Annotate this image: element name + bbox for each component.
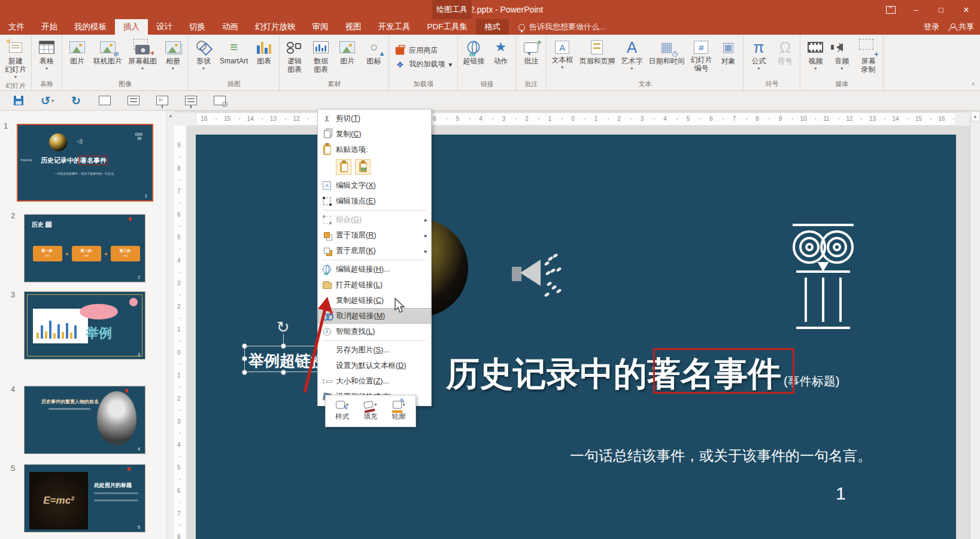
maximize-button[interactable]: □ bbox=[931, 2, 951, 17]
tab-我的模板[interactable]: 我的模板 bbox=[66, 19, 115, 35]
ribbon-button-逻辑图表[interactable]: 逻辑图表 bbox=[281, 36, 308, 75]
cut-icon: ✂ bbox=[318, 114, 336, 123]
menu-item-打开超链接[interactable]: 打开超链接(L) bbox=[318, 277, 431, 293]
selection-handle[interactable] bbox=[242, 343, 247, 349]
tab-审阅[interactable]: 审阅 bbox=[304, 19, 337, 35]
ribbon-button-图片[interactable]: 图片 bbox=[334, 36, 360, 66]
menu-item-复制超链接[interactable]: 复制超链接(C) bbox=[318, 293, 431, 308]
presenter-icon bbox=[156, 96, 168, 105]
menu-item-设置为默认文本框[interactable]: 设置为默认文本框(D) bbox=[318, 358, 431, 373]
minimize-button[interactable]: – bbox=[906, 2, 926, 17]
ribbon-button-音频[interactable]: 音频▾ bbox=[829, 36, 855, 72]
selection-handle[interactable] bbox=[242, 356, 247, 361]
slide-scrollbar[interactable]: ▲ bbox=[970, 111, 980, 539]
thumbnail-scrollbar[interactable]: ▲ bbox=[166, 111, 174, 539]
ribbon-button-屏幕录制[interactable]: +屏幕录制 bbox=[855, 36, 881, 75]
tab-开发工具[interactable]: 开发工具 bbox=[370, 19, 419, 35]
menu-item-置于底层[interactable]: 置于底层(K)▸ bbox=[318, 243, 431, 258]
ribbon-button-联机图片[interactable]: ⊕联机图片 bbox=[90, 36, 125, 66]
tell-me-box[interactable]: 告诉我您想要做什么... bbox=[509, 19, 606, 35]
tab-幻灯片放映[interactable]: 幻灯片放映 bbox=[247, 19, 304, 35]
ribbon-button-页眉和页脚[interactable]: 页眉和页脚 bbox=[576, 36, 618, 66]
tab-开始[interactable]: 开始 bbox=[33, 19, 66, 35]
tab-插入[interactable]: 插入 bbox=[115, 19, 148, 35]
ribbon-button-文本框[interactable]: A文本框▾ bbox=[548, 36, 576, 71]
selection-handle[interactable] bbox=[281, 343, 286, 349]
menu-item-另存为图片[interactable]: 另存为图片(S)... bbox=[318, 342, 431, 358]
tab-PDF工具集[interactable]: PDF工具集 bbox=[419, 19, 477, 35]
ribbon-button-超链接[interactable]: 超链接 bbox=[460, 36, 487, 66]
ribbon-button-表格[interactable]: 表格▾ bbox=[34, 36, 60, 72]
ribbon-button-label: 相册 bbox=[166, 57, 180, 65]
ribbon-button-幻灯片编号[interactable]: #幻灯片编号 bbox=[687, 36, 715, 74]
ribbon-button-SmartArt[interactable]: ≡SmartArt bbox=[217, 36, 251, 66]
menu-item-编辑文字[interactable]: A编辑文字(X) bbox=[318, 178, 431, 193]
menu-item-复制[interactable]: 复制(C) bbox=[318, 126, 431, 142]
mini-toolbar-填充-button[interactable]: ▾填充 bbox=[357, 398, 384, 425]
tab-文件[interactable]: 文件 bbox=[0, 19, 33, 35]
menu-item-编辑顶点[interactable]: 编辑顶点(E) bbox=[318, 193, 431, 209]
redo-button[interactable]: ↻ bbox=[66, 93, 86, 108]
rotate-handle[interactable]: ↻ bbox=[277, 319, 290, 335]
ribbon-button-相册[interactable]: 相册▾ bbox=[160, 36, 186, 72]
mini-toolbar-样式-button[interactable]: ▾样式 bbox=[329, 398, 356, 425]
menu-item-粘贴选项:[interactable]: 粘贴选项: bbox=[318, 142, 431, 157]
ribbon-button-图表[interactable]: 图表 bbox=[251, 36, 277, 66]
slideshow-button[interactable] bbox=[181, 93, 201, 108]
slide-thumbnail-3[interactable]: 3举例 bbox=[24, 291, 145, 360]
ribbon-button-艺术字[interactable]: A艺术字▾ bbox=[618, 36, 645, 72]
undo-button[interactable]: ↺▾ bbox=[37, 93, 57, 108]
paste-as-picture-button[interactable] bbox=[355, 159, 371, 175]
menu-item-取消超链接[interactable]: ✕取消超链接(M) bbox=[318, 308, 431, 324]
tab-设计[interactable]: 设计 bbox=[148, 19, 181, 35]
slide-thumbnail-2[interactable]: 2历史 ▦第一步:xxx➧第二步:xxx➧第三步:xxx bbox=[24, 214, 145, 282]
ribbon-button-我的加载项[interactable]: ❖我的加载项▾ bbox=[395, 59, 452, 69]
menu-item-编辑超链接[interactable]: 编辑超链接(H)... bbox=[318, 261, 431, 277]
slide-subtitle[interactable]: 一句话总结该事件，或关于该事件的一句名言。 bbox=[570, 446, 872, 465]
tab-切换[interactable]: 切换 bbox=[181, 19, 214, 35]
collapse-ribbon-icon[interactable]: ˄ bbox=[972, 80, 975, 87]
menu-separator bbox=[323, 260, 426, 260]
menu-item-置于顶层[interactable]: 置于顶层(R)▸ bbox=[318, 227, 431, 243]
ribbon-button-图标[interactable]: ○▲图标 bbox=[360, 36, 387, 66]
tab-动画[interactable]: 动画 bbox=[214, 19, 247, 35]
ribbon-button-视频[interactable]: 视频▾ bbox=[802, 36, 829, 72]
ribbon-button-公式[interactable]: π公式▾ bbox=[745, 36, 772, 72]
textbox-text[interactable]: 举例超链接 bbox=[248, 351, 326, 371]
picture-monitor-button[interactable] bbox=[95, 93, 115, 108]
mini-toolbar-轮廓-button[interactable]: ▾轮廓 bbox=[386, 398, 412, 425]
ribbon-button-图片[interactable]: 图片 bbox=[64, 36, 90, 66]
ribbon-button-对象[interactable]: ▣对象 bbox=[715, 36, 741, 66]
ribbon-button-数据图表[interactable]: 数据图表 bbox=[308, 36, 334, 75]
ribbon-display-options-button[interactable] bbox=[881, 2, 901, 17]
print-preview-button[interactable] bbox=[210, 93, 230, 108]
slide-thumbnail-4[interactable]: 4历史事件的重要人物的姓名 bbox=[24, 386, 145, 454]
paste-keep-formatting-button[interactable] bbox=[336, 159, 351, 175]
selection-handle[interactable] bbox=[281, 370, 286, 375]
selection-handle[interactable] bbox=[242, 370, 247, 375]
close-button[interactable]: ✕ bbox=[956, 2, 976, 17]
menu-item-剪切[interactable]: ✂剪切(T) bbox=[318, 111, 431, 126]
ribbon-button-日期和时间[interactable]: ▦◷日期和时间 bbox=[645, 36, 687, 66]
slide-thumbnail-1[interactable]: 1◁)ʘʘ III历史记录中的著名事件举例超链接一句话总结该事件，或关于该事件的… bbox=[17, 124, 153, 202]
slide-canvas[interactable]: 历史记录中的著名事件(事件标题) 一句话总结该事件，或关于该事件的一句名言。 1… bbox=[196, 135, 956, 539]
ribbon-button-形状[interactable]: 形状▾ bbox=[190, 36, 217, 72]
ribbon-button-屏幕截图[interactable]: 屏幕截图▾ bbox=[125, 36, 160, 72]
slide-layout-button[interactable] bbox=[123, 93, 144, 108]
ribbon-button-应用商店[interactable]: 应用商店 bbox=[395, 45, 438, 56]
ribbon-button-新建幻灯片[interactable]: 新建幻灯片▾ bbox=[2, 36, 29, 81]
column-monument-icon[interactable] bbox=[791, 220, 855, 346]
tab-格式[interactable]: 格式 bbox=[476, 19, 509, 35]
menu-item-智能查找[interactable]: i智能查找(L) bbox=[318, 324, 431, 339]
share-button[interactable]: 共享 bbox=[949, 22, 974, 32]
menu-item-大小和位置[interactable]: ↕▭大小和位置(Z)... bbox=[318, 373, 431, 389]
save-button[interactable] bbox=[8, 93, 29, 108]
tab-视图[interactable]: 视图 bbox=[337, 19, 370, 35]
slide-thumbnail-5[interactable]: 5E=mc²此处照片的标题 bbox=[24, 464, 145, 532]
horizontal-ruler: 1615141312111098765432101234567891011121… bbox=[174, 112, 970, 126]
ribbon-button-动作[interactable]: ★动作 bbox=[487, 36, 514, 66]
presenter-view-button[interactable] bbox=[152, 93, 172, 108]
sign-in-button[interactable]: 登录 bbox=[924, 22, 939, 32]
ribbon-button-批注[interactable]: 批注 bbox=[518, 36, 544, 66]
selected-textbox[interactable]: 举例超链接 bbox=[244, 346, 322, 372]
